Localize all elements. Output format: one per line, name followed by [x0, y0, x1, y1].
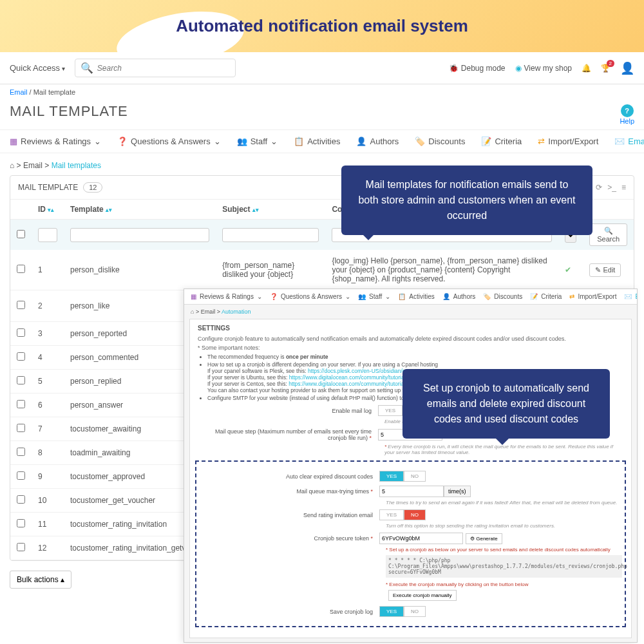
otab-criteria[interactable]: 📝 Criteria	[530, 293, 562, 300]
row-checkbox[interactable]	[17, 376, 25, 384]
panel-count: 12	[83, 182, 102, 193]
settings-title: SETTINGS	[198, 325, 623, 332]
tab-discounts[interactable]: 🏷️Discounts	[415, 137, 465, 146]
callout-cronjob: Set up cronjob to automatically send ema…	[402, 369, 610, 439]
row-checkbox[interactable]	[17, 301, 25, 309]
row-checkbox[interactable]	[17, 448, 25, 456]
crumb2-templates[interactable]: Mail templates	[52, 161, 101, 170]
row-id: 11	[32, 513, 64, 536]
row-checkbox[interactable]	[17, 471, 25, 480]
bulk-actions-button[interactable]: Bulk actions ▴	[10, 571, 71, 589]
toggle-save-log[interactable]: YESNO	[379, 606, 426, 617]
row-checkbox[interactable]	[17, 265, 25, 273]
banner-title: Automated notification email system	[0, 16, 644, 36]
ocrumb-automation[interactable]: Automation	[222, 308, 251, 315]
otab-activities[interactable]: 📋 Activities	[398, 293, 434, 300]
row-id: 1	[32, 250, 64, 290]
quick-access-dropdown[interactable]: Quick Access	[10, 63, 65, 73]
help-button[interactable]: ?Help	[620, 104, 634, 125]
otab-reviews[interactable]: ▦ Reviews & Ratings ⌄	[191, 293, 262, 300]
check-all[interactable]	[17, 230, 25, 238]
profile-icon[interactable]: 👤	[620, 61, 634, 75]
tab-activities[interactable]: 📋Activities	[294, 137, 340, 146]
bug-icon: 🐞	[449, 64, 459, 73]
row-checkbox[interactable]	[17, 352, 25, 361]
otab-authors[interactable]: 👤 Authors	[442, 293, 475, 300]
import-icon: ⇄	[538, 137, 545, 146]
generate-button[interactable]: ⚙ Generate	[466, 533, 502, 544]
row-checkbox[interactable]	[17, 495, 25, 504]
lbl-send-rating: Send rating invitation email	[199, 512, 379, 518]
row-checkbox[interactable]	[17, 400, 25, 408]
search-icon: 🔍	[80, 62, 93, 74]
authors-icon: 👤	[356, 137, 366, 146]
lbl-token: Cronjob secure token *	[199, 535, 379, 542]
activities-icon: 📋	[294, 137, 304, 146]
db-icon[interactable]: ≡	[621, 183, 626, 192]
execute-cronjob-button[interactable]: Execute cronjob manually	[388, 590, 457, 601]
toggle-send-rating[interactable]: YESNO	[379, 509, 426, 520]
row-id: 5	[32, 370, 64, 393]
lbl-max-try: Mail queue max-trying times *	[199, 488, 379, 495]
row-id: 6	[32, 393, 64, 417]
email-icon: ✉️	[614, 137, 625, 146]
input-token[interactable]	[379, 533, 463, 544]
code-icon[interactable]: >_	[607, 183, 616, 192]
automation-overlay: ▦ Reviews & Ratings ⌄ ❓ Questions & Answ…	[184, 289, 638, 643]
discounts-icon: 🏷️	[415, 137, 425, 146]
search-input[interactable]	[97, 64, 230, 73]
otab-import[interactable]: ⇄ Import/Export	[569, 293, 616, 300]
row-checkbox[interactable]	[17, 424, 25, 432]
tab-email[interactable]: ✉️Email ⌄	[614, 137, 644, 146]
callout-templates: Mail templates for notification emails s…	[341, 166, 592, 235]
col-id[interactable]: ID ▾▴	[32, 200, 64, 220]
col-subject[interactable]: Subject ▴▾	[216, 200, 325, 220]
otab-qa[interactable]: ❓ Questions & Answers ⌄	[270, 293, 350, 300]
tab-authors[interactable]: 👤Authors	[356, 137, 399, 146]
table-row[interactable]: 1 person_dislike {from_person_name} disl…	[10, 250, 634, 290]
col-template[interactable]: Template ▴▾	[64, 200, 216, 220]
toggle-auto-clear[interactable]: YESNO	[379, 471, 426, 482]
notes-title: * Some important notes:	[198, 345, 623, 351]
panel-title: MAIL TEMPLATE	[18, 183, 78, 192]
tab-qa[interactable]: ❓Questions & Answers ⌄	[117, 137, 221, 146]
row-id: 3	[32, 322, 64, 346]
filter-template[interactable]	[70, 228, 209, 242]
otab-email[interactable]: ✉️ Email ⌄	[624, 293, 638, 300]
otab-discounts[interactable]: 🏷️ Discounts	[483, 293, 522, 300]
edit-button[interactable]: ✎ Edit	[589, 263, 621, 277]
tab-reviews[interactable]: ▦Reviews & Ratings ⌄	[10, 137, 101, 146]
staff-icon: 👥	[237, 137, 247, 146]
view-shop-link[interactable]: ◉View my shop	[515, 64, 572, 73]
row-checkbox[interactable]	[17, 519, 25, 527]
input-max-try[interactable]	[379, 486, 444, 497]
home-icon[interactable]: ⌂	[10, 161, 14, 170]
reviews-icon: ▦	[10, 137, 17, 146]
tab-import-export[interactable]: ⇄Import/Export	[538, 137, 598, 146]
settings-intro: Configure cronjob feature to automatical…	[198, 336, 623, 342]
qa-icon: ❓	[117, 137, 128, 146]
row-content: {logo_img} Hello {person_name}, {from_pe…	[325, 250, 558, 290]
filter-subject[interactable]	[222, 228, 319, 242]
row-checkbox[interactable]	[17, 328, 25, 337]
filter-id[interactable]	[38, 228, 57, 242]
breadcrumb: Email / Mail template	[0, 84, 644, 100]
row-template: person_dislike	[64, 250, 216, 290]
page-title: MAIL TEMPLATE	[0, 100, 644, 129]
tab-criteria[interactable]: 📝Criteria	[481, 137, 522, 146]
trophy-icon[interactable]: 🏆	[601, 64, 611, 73]
search-button[interactable]: 🔍 Search	[589, 223, 627, 246]
tab-staff[interactable]: 👥Staff ⌄	[237, 137, 278, 146]
row-id: 10	[32, 489, 64, 513]
row-status: ✔	[558, 250, 583, 290]
cronjob-command: * * * * * C:\php/php C:\Program_Files\Am…	[386, 555, 622, 578]
row-checkbox[interactable]	[17, 543, 25, 551]
otab-staff[interactable]: 👥 Staff ⌄	[358, 293, 390, 300]
refresh-icon[interactable]: ⟳	[596, 183, 602, 192]
debug-mode-link[interactable]: 🐞Debug mode	[449, 64, 506, 73]
bell-icon[interactable]: 🔔	[582, 64, 591, 73]
crumb-email[interactable]: Email	[10, 88, 28, 96]
row-id: 9	[32, 465, 64, 489]
row-subject: {from_person_name} disliked your {object…	[216, 250, 325, 290]
row-id: 8	[32, 441, 64, 465]
